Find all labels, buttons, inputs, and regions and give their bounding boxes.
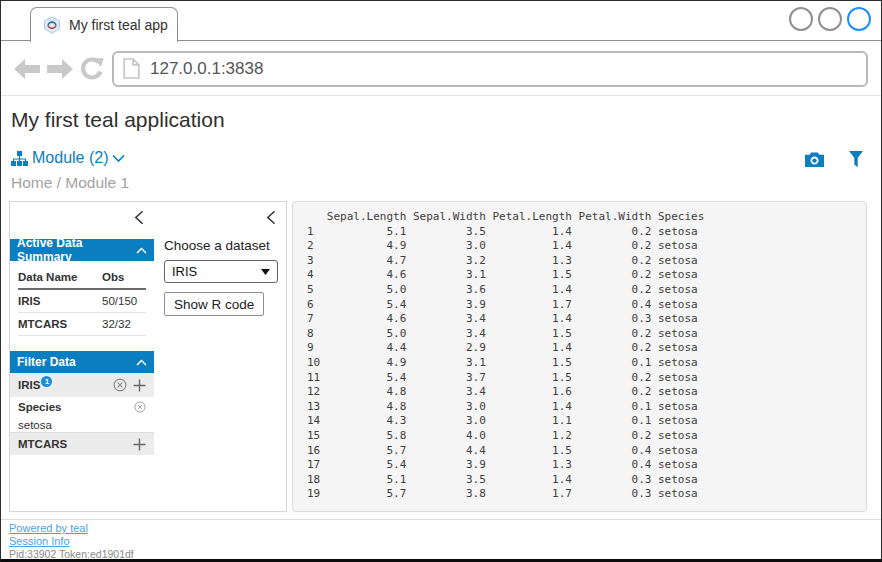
filter-count-badge: 1 <box>41 376 52 387</box>
powered-by-teal-link[interactable]: Powered by teal <box>9 522 134 534</box>
filter-value-label: setosa <box>18 419 146 431</box>
iris-output: Sepal.Length Sepal.Width Petal.Length Pe… <box>307 210 866 502</box>
browser-window: My first teal app 127.0.0.1: <box>0 0 882 562</box>
tab-title: My first teal app <box>69 17 168 33</box>
breadcrumb: Home / Module 1 <box>11 174 129 192</box>
summary-col-data-name: Data Name <box>18 271 102 283</box>
dataset-select-label: Choose a dataset <box>164 238 270 253</box>
page-title: My first teal application <box>11 108 225 132</box>
forward-icon[interactable] <box>47 59 73 79</box>
modules-icon <box>11 151 28 166</box>
filter-dataset-iris-row: IRIS1 <box>10 373 154 397</box>
filter-dataset-mtcars-label: MTCARS <box>18 438 67 450</box>
filter-funnel-icon[interactable] <box>849 151 863 168</box>
session-pid-token: Pid:33902 Token:ed1901df <box>9 548 134 560</box>
filter-sidebar-panel: Active Data Summary Data Name Obs IRIS 5… <box>9 201 155 512</box>
active-data-summary-header[interactable]: Active Data Summary <box>10 239 154 261</box>
summary-row-mtcars: MTCARS 32/32 <box>18 313 146 336</box>
url-bar[interactable]: 127.0.0.1:3838 <box>112 51 868 87</box>
chevron-up-icon <box>136 247 147 254</box>
chevron-down-icon <box>112 154 125 163</box>
data-summary-table: Data Name Obs IRIS 50/150 MTCARS 32/32 <box>18 266 146 336</box>
module-label: Module (2) <box>32 149 108 167</box>
filter-data-header[interactable]: Filter Data <box>10 351 154 373</box>
collapse-encoding-panel-icon[interactable] <box>266 210 276 225</box>
filter-dataset-mtcars-row: MTCARS <box>10 433 154 455</box>
module-output-panel: Sepal.Length Sepal.Width Petal.Length Pe… <box>292 201 867 512</box>
url-text: 127.0.0.1:3838 <box>150 59 263 79</box>
remove-filter-icon[interactable] <box>134 401 146 413</box>
session-info-link[interactable]: Session Info <box>9 535 134 547</box>
footer-divider <box>1 519 881 520</box>
filter-data-title: Filter Data <box>17 355 76 369</box>
browser-toolbar: 127.0.0.1:3838 <box>1 42 881 96</box>
remove-filters-icon[interactable] <box>113 378 127 392</box>
module-dropdown[interactable]: Module (2) <box>11 149 125 167</box>
refresh-icon[interactable] <box>80 57 105 81</box>
filter-dataset-iris-label: IRIS <box>18 379 40 391</box>
back-icon[interactable] <box>14 59 40 79</box>
footer: Powered by teal Session Info Pid:33902 T… <box>9 522 134 560</box>
window-control-1[interactable] <box>789 7 813 31</box>
snapshot-camera-icon[interactable] <box>805 152 824 167</box>
active-data-summary-title: Active Data Summary <box>17 236 136 264</box>
filter-variable-label: Species <box>18 401 61 413</box>
dataset-select[interactable]: IRIS <box>164 260 278 283</box>
module-encoding-panel: Choose a dataset IRIS Show R code <box>154 201 287 512</box>
add-filter-icon[interactable] <box>133 438 146 451</box>
window-control-2[interactable] <box>818 7 842 31</box>
page-icon <box>123 58 140 79</box>
filter-card-species: Species setosa <box>10 397 154 433</box>
summary-row-iris: IRIS 50/150 <box>18 290 146 313</box>
summary-col-obs: Obs <box>102 271 146 283</box>
chevron-up-icon <box>136 359 147 366</box>
dataset-selected-value: IRIS <box>172 264 197 279</box>
teal-logo-icon <box>43 16 61 34</box>
select-caret-icon <box>261 269 270 275</box>
add-filter-icon[interactable] <box>133 379 146 392</box>
show-r-code-button[interactable]: Show R code <box>164 292 264 316</box>
browser-tab[interactable]: My first teal app <box>30 7 178 42</box>
collapse-left-panel-icon[interactable] <box>134 210 144 225</box>
window-control-3[interactable] <box>847 7 871 31</box>
